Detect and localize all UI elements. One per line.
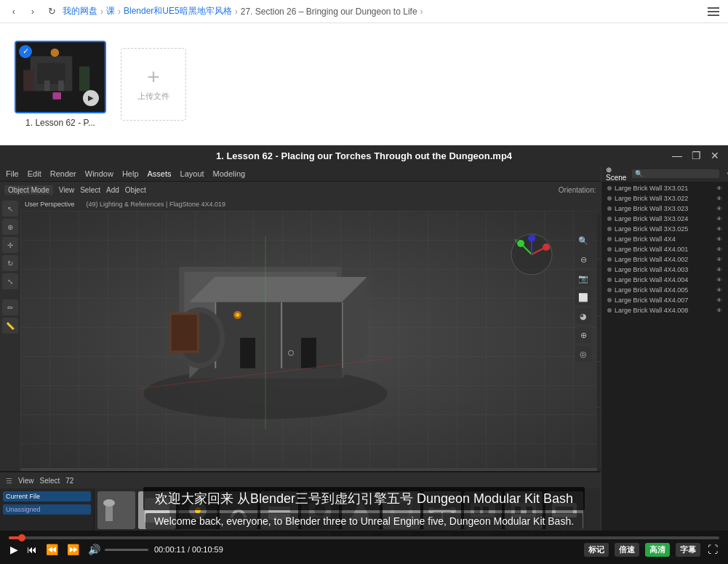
minimize-button[interactable]: —	[670, 148, 684, 163]
play-button[interactable]: ▶	[9, 542, 20, 557]
close-button[interactable]: ✕	[708, 148, 722, 163]
file-play-icon[interactable]: ▶	[83, 90, 99, 106]
file-area: ✓ ▶ 1. Lesson 62 - P... + 上传文件	[0, 23, 728, 145]
select-tool[interactable]: ↖	[2, 201, 18, 217]
object-mode-btn[interactable]: Object Mode	[4, 185, 53, 195]
scene-eye-6[interactable]: 👁	[716, 246, 722, 253]
view-menu[interactable]: View	[59, 186, 75, 194]
scene-object-11[interactable]: Large Brick Wall 4X4.007👁	[601, 295, 728, 305]
breadcrumb-courses[interactable]: 课	[106, 5, 115, 17]
scene-object-12[interactable]: Large Brick Wall 4X4.008👁	[601, 305, 728, 315]
scene-eye-10[interactable]: 👁	[716, 287, 722, 294]
scene-object-10[interactable]: Large Brick Wall 4X4.005👁	[601, 285, 728, 295]
speed-badge[interactable]: 倍速	[615, 543, 639, 557]
maximize-button[interactable]: ❐	[689, 148, 703, 163]
object-count-label: (49) Lighting & References | FlagStone 4…	[87, 201, 225, 208]
menu-edit[interactable]: Edit	[28, 169, 41, 178]
scene-eye-5[interactable]: 👁	[716, 236, 722, 243]
scene-object-1[interactable]: Large Brick Wall 3X3.022👁	[601, 193, 728, 204]
measure-tool[interactable]: 📏	[2, 318, 18, 334]
3d-viewport[interactable]: User Perspective (49) Lighting & Referen…	[20, 198, 597, 471]
menu-file[interactable]: File	[6, 169, 19, 178]
scene-dot-8	[607, 267, 612, 272]
scene-object-2[interactable]: Large Brick Wall 3X3.023👁	[601, 204, 728, 214]
scene-object-4[interactable]: Large Brick Wall 3X3.025👁	[601, 224, 728, 234]
menu-help[interactable]: Help	[122, 169, 139, 178]
volume-bar[interactable]	[105, 549, 148, 551]
quality-badge[interactable]: 高清	[645, 543, 670, 557]
object-menu[interactable]: Object	[125, 186, 146, 194]
scene-filter-icon[interactable]: ▼	[725, 170, 728, 178]
overlay-tool[interactable]: ⊕	[575, 327, 591, 343]
asset-header-label: View	[18, 477, 34, 485]
forward-button[interactable]: ›	[25, 4, 41, 20]
scene-object-5[interactable]: Large Brick Wall 4X4👁	[601, 234, 728, 244]
breadcrumb-home[interactable]: 我的网盘	[63, 5, 97, 17]
rotate-tool[interactable]: ↻	[2, 255, 18, 271]
scene-eye-2[interactable]: 👁	[716, 206, 722, 212]
rewind-button[interactable]: ⏪	[44, 542, 60, 557]
svg-rect-19	[281, 302, 282, 368]
menu-render[interactable]: Render	[50, 169, 76, 178]
file-thumbnail-1[interactable]: ✓ ▶	[15, 41, 106, 113]
scene-object-label-4: Large Brick Wall 3X3.025	[615, 225, 713, 233]
progress-bar[interactable]	[9, 536, 719, 539]
volume-icon[interactable]: 🔊	[87, 542, 102, 557]
viewport-gizmo[interactable]: X Y Z	[510, 233, 553, 276]
scene-object-3[interactable]: Large Brick Wall 3X3.024👁	[601, 214, 728, 224]
cursor-tool[interactable]: ⊕	[2, 219, 18, 235]
move-tool[interactable]: ✛	[2, 237, 18, 253]
asset-select-label[interactable]: Select	[40, 477, 60, 485]
upload-plus-icon: +	[147, 66, 160, 88]
render-preview-tool[interactable]: ◕	[575, 308, 591, 324]
nav-right	[705, 4, 722, 19]
scene-eye-9[interactable]: 👁	[716, 277, 722, 283]
scene-eye-7[interactable]: 👁	[716, 257, 722, 263]
scene-eye-12[interactable]: 👁	[716, 307, 722, 314]
notes-badge[interactable]: 标记	[584, 543, 609, 557]
fast-forward-button[interactable]: ⏩	[65, 542, 81, 557]
menu-window[interactable]: Window	[85, 169, 113, 178]
scene-eye-4[interactable]: 👁	[716, 226, 722, 233]
upload-box[interactable]: + 上传文件	[121, 48, 186, 121]
viewport-subheader: User Perspective (49) Lighting & Referen…	[20, 198, 597, 211]
scene-eye-11[interactable]: 👁	[716, 297, 722, 304]
scene-object-label-2: Large Brick Wall 3X3.023	[615, 205, 713, 212]
annotate-tool[interactable]: ✏	[2, 299, 18, 315]
svg-rect-6	[44, 80, 50, 90]
camera-view-tool[interactable]: 📷	[575, 270, 591, 286]
menu-layout[interactable]: Layout	[180, 169, 204, 178]
menu-modeling[interactable]: Modeling	[213, 169, 246, 178]
fullscreen-button[interactable]: ⛶	[706, 542, 719, 557]
asset-view-icon[interactable]: ☰	[6, 477, 12, 485]
hamburger-menu[interactable]	[705, 4, 722, 19]
xray-tool[interactable]: ◎	[575, 346, 591, 362]
wireframe-tool[interactable]: ⬜	[575, 289, 591, 305]
upload-item[interactable]: + 上传文件	[121, 48, 186, 121]
scale-tool[interactable]: ⤡	[2, 273, 18, 289]
select-menu[interactable]: Select	[80, 186, 100, 194]
scene-object-8[interactable]: Large Brick Wall 4X4.003👁	[601, 265, 728, 275]
back-button[interactable]: ‹	[6, 4, 22, 20]
subtitle-badge[interactable]: 字幕	[676, 543, 700, 557]
scene-dot-4	[607, 227, 612, 231]
scene-search-input[interactable]	[632, 169, 719, 178]
scene-eye-3[interactable]: 👁	[716, 216, 722, 222]
scene-object-0[interactable]: Large Brick Wall 3X3.021👁	[601, 183, 728, 193]
prev-button[interactable]: ⏮	[25, 542, 39, 557]
refresh-button[interactable]: ↻	[44, 4, 60, 20]
add-menu[interactable]: Add	[106, 186, 119, 194]
asset-filter-label[interactable]: 72	[65, 477, 73, 485]
scene-eye-8[interactable]: 👁	[716, 267, 722, 273]
zoom-in-tool[interactable]: 🔍	[575, 233, 591, 249]
scene-eye-1[interactable]: 👁	[716, 196, 722, 202]
3d-scene: X Y Z	[20, 211, 597, 468]
scene-object-6[interactable]: Large Brick Wall 4X4.001👁	[601, 244, 728, 254]
scene-eye-0[interactable]: 👁	[716, 185, 722, 192]
scene-object-9[interactable]: Large Brick Wall 4X4.004👁	[601, 275, 728, 285]
file-item-1[interactable]: ✓ ▶ 1. Lesson 62 - P...	[15, 41, 106, 128]
menu-assets[interactable]: Assets	[148, 169, 172, 178]
scene-object-7[interactable]: Large Brick Wall 4X4.002👁	[601, 254, 728, 265]
zoom-out-tool[interactable]: ⊖	[575, 251, 591, 267]
breadcrumb-course[interactable]: Blender和UE5暗黑地牢风格	[124, 5, 232, 17]
